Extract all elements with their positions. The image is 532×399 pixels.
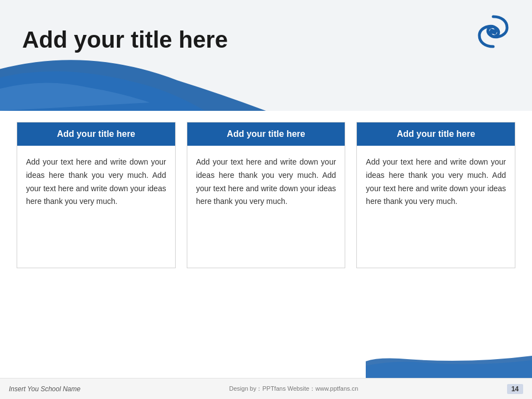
- main-title: Add your title here: [22, 27, 228, 53]
- card-1-body: Add your text here and write down your i…: [17, 146, 175, 268]
- card-3: Add your title here Add your text here a…: [356, 122, 515, 268]
- slide: Add your title here Add your title here …: [0, 0, 532, 399]
- logo: [474, 12, 513, 51]
- card-3-body: Add your text here and write down your i…: [357, 146, 515, 268]
- footer-bar: Insert You School Name Design by：PPTfans…: [0, 378, 532, 399]
- card-2-header: Add your title here: [187, 122, 345, 146]
- bottom-wave-decoration: [366, 356, 532, 378]
- credits-text: Design by：PPTfans Website：www.pptfans.cn: [229, 385, 359, 393]
- card-2-body: Add your text here and write down your i…: [187, 146, 345, 268]
- card-1: Add your title here Add your text here a…: [17, 122, 176, 268]
- top-wave-decoration: [0, 0, 532, 111]
- school-name: Insert You School Name: [9, 385, 80, 393]
- top-background: [0, 0, 532, 111]
- cards-container: Add your title here Add your text here a…: [17, 122, 515, 268]
- card-2: Add your title here Add your text here a…: [187, 122, 346, 268]
- page-number: 14: [507, 384, 523, 394]
- card-3-header: Add your title here: [357, 122, 515, 146]
- logo-icon: [474, 12, 513, 51]
- card-1-header: Add your title here: [17, 122, 175, 146]
